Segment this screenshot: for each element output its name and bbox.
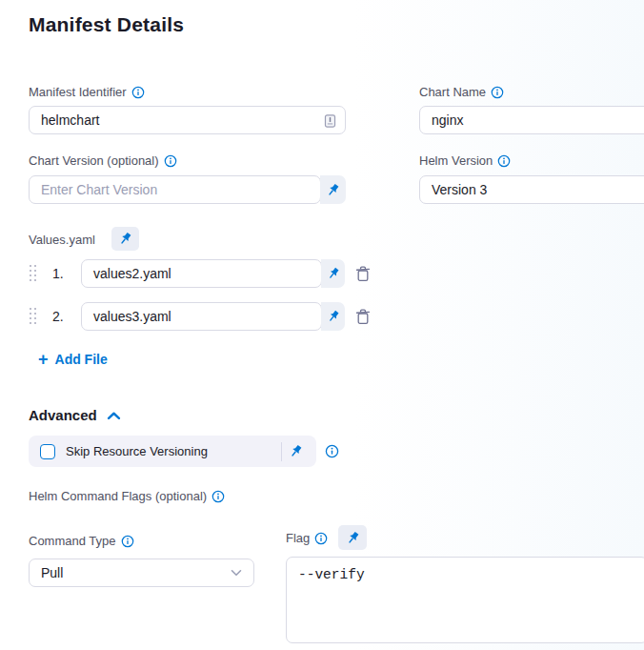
skip-resource-versioning-checkbox[interactable] [40,444,55,459]
pin-icon [326,183,340,197]
helm-version-label: Helm Version [419,153,511,168]
values-file-input[interactable]: values3.yaml [81,302,322,331]
edit-id-icon[interactable] [324,113,336,129]
manifest-details-panel: Manifest Details Manifest Identifier Cha… [0,0,644,650]
chart-name-label: Chart Name [419,85,504,99]
info-icon[interactable] [121,535,134,548]
pin-button[interactable] [321,302,345,331]
pin-icon [118,232,132,246]
chart-version-field: Enter Chart Version [29,175,346,204]
chevron-up-icon [107,411,121,420]
delete-file-icon[interactable] [355,308,371,325]
advanced-section-toggle[interactable]: Advanced [29,407,121,423]
file-row-index: 2. [52,309,64,324]
info-icon[interactable] [497,154,511,168]
pin-button[interactable] [320,175,346,204]
values-file-input[interactable]: values2.yaml [81,259,322,288]
pin-button[interactable] [321,259,345,288]
skip-resource-versioning-row: Skip Resource Versioning [29,436,316,467]
pin-icon [327,267,340,280]
chart-version-label: Chart Version (optional) [29,153,177,168]
add-file-button[interactable]: + Add File [38,351,108,368]
info-icon[interactable] [164,154,177,168]
flag-textarea[interactable]: --verify [286,557,644,643]
chart-name-input[interactable]: nginx [419,106,644,134]
manifest-identifier-label: Manifest Identifier [29,85,145,99]
plus-icon: + [38,351,49,368]
values-yaml-label: Values.yaml [29,233,95,247]
values-file-row: 1. values2.yaml [29,259,381,288]
command-type-label: Command Type [29,534,134,548]
values-yaml-pin-button[interactable] [111,227,139,251]
flag-pin-button[interactable] [338,525,367,550]
pin-icon[interactable] [282,444,309,458]
helm-command-flags-label: Helm Command Flags (optional) [29,489,225,503]
info-icon[interactable] [325,444,339,458]
helm-version-select[interactable]: Version 3 [419,175,644,204]
info-icon[interactable] [491,86,504,99]
page-title: Manifest Details [29,13,184,36]
drag-handle-icon[interactable] [30,308,37,325]
chevron-down-icon [231,569,242,577]
info-icon[interactable] [314,532,328,545]
manifest-identifier-input[interactable]: helmchart [29,106,346,134]
info-icon[interactable] [131,86,145,99]
pin-icon [327,310,340,323]
drag-handle-icon[interactable] [30,265,37,282]
chart-version-input[interactable]: Enter Chart Version [29,175,321,204]
command-type-select[interactable]: Pull [29,559,254,587]
skip-resource-versioning-label: Skip Resource Versioning [66,444,208,458]
values-file-row: 2. values3.yaml [29,302,381,331]
info-icon[interactable] [211,490,225,503]
file-row-index: 1. [52,266,64,281]
pin-icon [346,531,360,545]
delete-file-icon[interactable] [355,265,371,282]
flag-label: Flag [286,531,328,545]
